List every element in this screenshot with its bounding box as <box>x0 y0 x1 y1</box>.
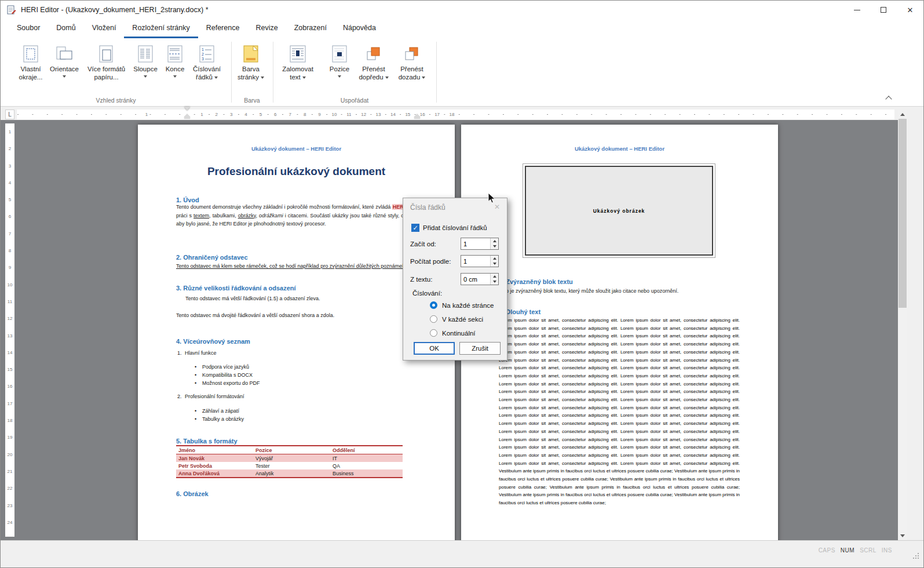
ruler-number: 7 <box>283 110 297 119</box>
custom-margins-button[interactable]: Vlastníokraje... <box>13 43 48 82</box>
page-color-icon <box>243 43 258 65</box>
spin-up-button[interactable] <box>491 256 498 261</box>
heading-zvyrazneny-blok: 7. Zvýrazněný blok textu <box>499 278 573 285</box>
start-at-input[interactable] <box>461 238 490 249</box>
tab-stop-selector[interactable]: L <box>5 110 14 119</box>
paper-size-button[interactable]: Více formátůpapíru... <box>85 43 128 82</box>
line-numbers-icon: 123 <box>199 43 214 65</box>
resize-grip[interactable] <box>913 553 914 554</box>
close-button[interactable]: ✕ <box>897 1 923 19</box>
page-header: Ukázkový dokument – HERI Editor <box>461 145 778 152</box>
orientation-button[interactable]: Orientace <box>48 43 81 78</box>
app-icon <box>6 5 16 15</box>
title-bar[interactable]: HERI Editor - (Ukazkovy_dokument_HERI_2s… <box>1 1 923 19</box>
spin-up-button[interactable] <box>491 274 498 279</box>
margins-icon <box>23 43 38 65</box>
start-at-spinbox[interactable] <box>461 238 499 250</box>
columns-button[interactable]: Sloupce <box>131 43 160 78</box>
mouse-cursor <box>488 192 496 204</box>
radio-v-kazde-sekci[interactable]: V každé sekci <box>430 315 483 323</box>
position-icon <box>332 43 347 65</box>
left-indent-marker[interactable] <box>184 116 190 119</box>
tab-vlozeni[interactable]: Vložení <box>84 19 125 38</box>
list-item: •Kompatibilita s DOCX <box>195 372 253 378</box>
checkbox-checked-icon[interactable]: ✓ <box>411 224 419 232</box>
svg-text:2: 2 <box>202 52 204 56</box>
ruler-number: 11 <box>5 293 14 310</box>
ins-indicator: INS <box>882 547 892 554</box>
tab-domu[interactable]: Domů <box>48 19 83 38</box>
ruler-number: 15 <box>400 110 415 119</box>
ok-button[interactable]: OK <box>414 342 455 355</box>
tab-soubor[interactable]: Soubor <box>9 19 48 38</box>
group-label-vzhled-stranky: Vzhled stránky <box>1 97 231 104</box>
cancel-button[interactable]: Zrušit <box>459 342 501 355</box>
radio-kontinualni[interactable]: Kontinuální <box>430 329 476 337</box>
spin-up-button[interactable] <box>491 238 498 244</box>
ruler-numbers: 123456789101112131415161718192021222324 <box>5 123 14 531</box>
tab-zobrazeni[interactable]: Zobrazení <box>286 19 335 38</box>
scrollbar-thumb[interactable] <box>899 119 907 308</box>
status-bar: CAPS NUM SCRL INS <box>1 540 923 559</box>
intro-text: , tabulkami, <box>209 213 238 219</box>
send-backward-button[interactable]: Přenéstdozadu <box>395 43 429 82</box>
from-text-input[interactable] <box>461 274 490 285</box>
document-image[interactable]: Ukázkový obrázek <box>525 166 713 256</box>
first-line-indent-marker[interactable] <box>184 107 190 111</box>
ruler-number: 17 <box>430 110 444 119</box>
minimize-button[interactable] <box>843 1 870 19</box>
ruler-number: 3 <box>5 158 14 174</box>
bring-forward-button[interactable]: Přenéstdopředu <box>356 43 391 82</box>
spin-down-button[interactable] <box>491 244 498 250</box>
collapse-ribbon-icon[interactable] <box>886 95 892 100</box>
right-indent-marker[interactable] <box>414 116 420 119</box>
ruler-number: 1 <box>142 110 151 119</box>
chevron-down-icon <box>144 75 147 78</box>
ruler-number: 14 <box>5 344 14 361</box>
ruler-number: 8 <box>297 110 312 119</box>
from-text-spinbox[interactable] <box>461 273 499 285</box>
maximize-button[interactable] <box>870 1 897 19</box>
ruler-number: 5 <box>5 191 14 208</box>
scroll-up-button[interactable] <box>898 110 907 119</box>
count-by-input[interactable] <box>461 256 490 267</box>
ruler-number: 13 <box>371 110 385 119</box>
group-separator <box>436 42 437 103</box>
chevron-down-icon <box>422 77 425 79</box>
app-window: HERI Editor - (Ukazkovy_dokument_HERI_2s… <box>0 0 924 568</box>
vertical-scrollbar[interactable] <box>898 110 907 540</box>
scroll-down-icon <box>900 534 905 537</box>
line-numbers-button[interactable]: 123 Číslovánířádků <box>189 43 225 82</box>
heading-ohraniceny-odstavec: 2. Ohraničený odstavec <box>176 254 248 261</box>
scroll-down-button[interactable] <box>898 531 907 540</box>
count-by-spinbox[interactable] <box>461 255 499 267</box>
breaks-button[interactable]: Konce <box>162 43 188 78</box>
tab-reference[interactable]: Reference <box>198 19 248 38</box>
tab-rozlozeni-stranky[interactable]: Rozložení stránky <box>124 19 198 38</box>
page-color-button[interactable]: Barvastránky <box>234 43 268 82</box>
horizontal-ruler[interactable]: 1 123456789101112131415161718 <box>17 110 894 119</box>
table-header-row: Jméno Pozice Oddělení <box>176 446 403 454</box>
ruler-number: 7 <box>5 225 14 242</box>
ruler-number: 12 <box>5 310 14 327</box>
ruler-number: 4 <box>239 110 253 119</box>
ruler-number: 21 <box>5 463 14 480</box>
radio-selected-icon <box>430 301 437 309</box>
num-indicator: NUM <box>841 547 854 554</box>
spin-down-button[interactable] <box>491 261 498 267</box>
spin-down-button[interactable] <box>491 279 498 285</box>
ruler-number: 1 <box>5 123 14 140</box>
add-line-numbers-checkbox-row[interactable]: ✓ Přidat číslování řádků <box>411 224 487 232</box>
ruler-number: 9 <box>312 110 327 119</box>
radio-na-kazde-strance[interactable]: Na každé stránce <box>430 301 494 309</box>
dialog-close-icon[interactable]: ✕ <box>494 203 500 211</box>
document-page-2[interactable]: Ukázkový dokument – HERI Editor Ukázkový… <box>461 125 778 540</box>
position-button[interactable]: Pozice <box>324 43 355 78</box>
document-title: Profesionální ukázkový dokument <box>138 165 455 178</box>
heading-obrazek: 6. Obrázek <box>176 490 209 497</box>
tab-napoveda[interactable]: Nápověda <box>335 19 384 38</box>
vertical-ruler[interactable]: 123456789101112131415161718192021222324 <box>5 123 14 537</box>
tab-revize[interactable]: Revize <box>247 19 286 38</box>
keyboard-indicators: CAPS NUM SCRL INS <box>819 541 892 559</box>
wrap-text-button[interactable]: Zalomovattext <box>280 43 316 82</box>
